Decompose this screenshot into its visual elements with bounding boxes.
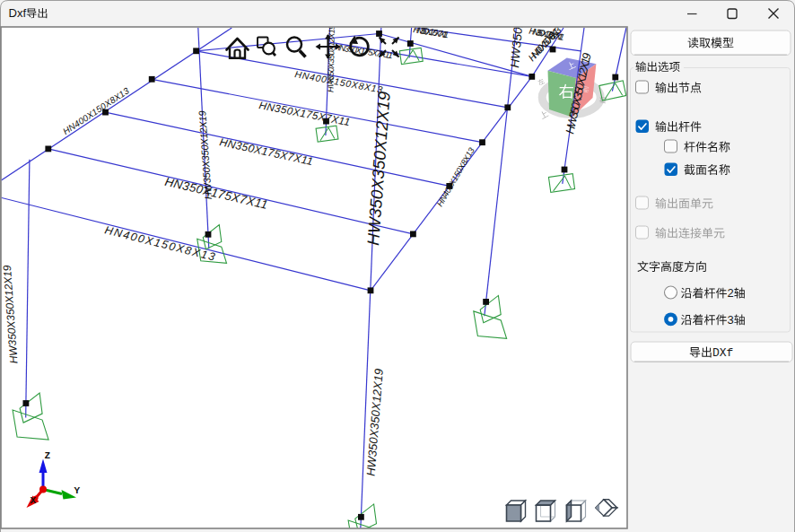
svg-text:Z: Z bbox=[45, 450, 51, 461]
svg-text:Dxf: Dxf bbox=[9, 6, 27, 20]
svg-text:2: 2 bbox=[728, 286, 734, 300]
svg-text:3: 3 bbox=[728, 313, 734, 327]
svg-text:X: X bbox=[31, 495, 37, 506]
svg-text:Y: Y bbox=[74, 485, 81, 496]
svg-text:DXf: DXf bbox=[712, 346, 733, 360]
